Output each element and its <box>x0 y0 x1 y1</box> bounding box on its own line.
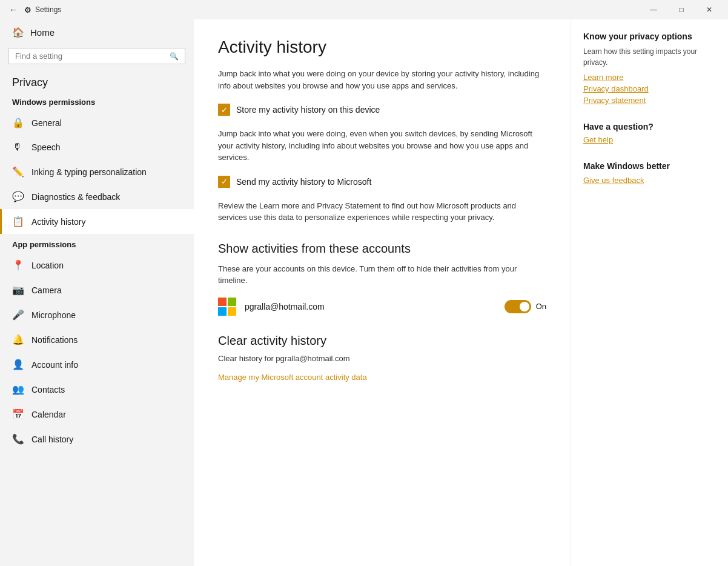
ms-green <box>228 298 236 306</box>
sidebar-item-microphone[interactable]: 🎤 Microphone <box>0 302 194 327</box>
sidebar-item-label: Calendar <box>31 410 66 419</box>
question-section: Have a question? Get help <box>583 122 716 144</box>
general-icon: 🔒 <box>12 117 23 128</box>
sidebar-item-location[interactable]: 📍 Location <box>0 253 194 278</box>
sidebar-item-label: Call history <box>31 434 73 444</box>
sidebar-item-speech[interactable]: 🎙 Speech <box>0 135 194 159</box>
sidebar: 🏠 Home 🔍 Privacy Windows permissions 🔒 G… <box>0 19 194 566</box>
sidebar-item-label: Notifications <box>31 335 78 345</box>
sidebar-item-label: Activity history <box>31 217 85 227</box>
sidebar-item-contacts[interactable]: 👥 Contacts <box>0 377 194 402</box>
sidebar-item-label: Camera <box>31 285 62 295</box>
minimize-button[interactable]: — <box>640 0 667 19</box>
account-email: pgralla@hotmail.com <box>245 302 496 311</box>
sidebar-item-activity[interactable]: 📋 Activity history <box>0 209 194 234</box>
sidebar-item-general[interactable]: 🔒 General <box>0 110 194 135</box>
manage-link[interactable]: Manage my Microsoft account activity dat… <box>218 373 367 382</box>
location-icon: 📍 <box>12 259 23 271</box>
titlebar: ← ⚙ Settings — □ ✕ <box>0 0 728 19</box>
sidebar-item-label: Contacts <box>31 385 65 395</box>
settings-icon: ⚙ <box>24 5 31 15</box>
app-body: 🏠 Home 🔍 Privacy Windows permissions 🔒 G… <box>0 19 728 566</box>
sidebar-item-call-history[interactable]: 📞 Call history <box>0 427 194 451</box>
give-feedback-link[interactable]: Give us feedback <box>583 176 716 185</box>
diagnostics-icon: 💬 <box>12 191 23 202</box>
know-privacy-title: Know your privacy options <box>583 32 716 41</box>
sidebar-item-inking[interactable]: ✏️ Inking & typing personalization <box>0 159 194 184</box>
camera-icon: 📷 <box>12 284 23 296</box>
privacy-statement-link[interactable]: Privacy statement <box>583 96 716 105</box>
windows-permissions-section: Windows permissions <box>0 92 194 110</box>
sidebar-item-label: Diagnostics & feedback <box>31 192 120 202</box>
sidebar-home[interactable]: 🏠 Home <box>0 19 194 45</box>
desc1: Jump back into what you were doing on yo… <box>218 68 546 92</box>
sidebar-item-label: Speech <box>31 142 60 152</box>
toggle-label: On <box>536 302 546 311</box>
checkbox1-label: Store my activity history on this device <box>236 105 380 115</box>
ms-blue <box>218 307 227 316</box>
clear-title: Clear activity history <box>218 334 546 348</box>
sidebar-item-label: Microphone <box>31 310 76 320</box>
home-label: Home <box>30 27 55 38</box>
ms-red <box>218 298 227 306</box>
desc2: Jump back into what you were doing, even… <box>218 128 546 164</box>
main-content: Activity history Jump back into what you… <box>194 19 571 566</box>
privacy-label: Privacy <box>0 72 194 92</box>
know-privacy-section: Know your privacy options Learn how this… <box>583 32 716 105</box>
notifications-icon: 🔔 <box>12 334 23 345</box>
clear-desc: Clear history for pgralla@hotmail.com <box>218 354 546 363</box>
toggle-knob <box>520 302 529 311</box>
know-privacy-desc: Learn how this setting impacts your priv… <box>583 46 716 68</box>
make-better-title: Make Windows better <box>583 161 716 171</box>
show-accounts-desc: These are your accounts on this device. … <box>218 263 546 287</box>
window-controls: — □ ✕ <box>640 0 723 19</box>
sidebar-item-diagnostics[interactable]: 💬 Diagnostics & feedback <box>0 184 194 209</box>
app-permissions-section: App permissions <box>0 234 194 253</box>
search-box[interactable]: 🔍 <box>8 48 185 64</box>
contacts-icon: 👥 <box>12 384 23 395</box>
checkbox1-row: ✓ Store my activity history on this devi… <box>218 104 546 116</box>
sidebar-item-notifications[interactable]: 🔔 Notifications <box>0 327 194 352</box>
call-history-icon: 📞 <box>12 433 23 445</box>
inking-icon: ✏️ <box>12 166 23 178</box>
make-better-section: Make Windows better Give us feedback <box>583 161 716 185</box>
account-row: pgralla@hotmail.com On <box>218 298 546 316</box>
account-toggle[interactable] <box>505 300 531 313</box>
sidebar-item-label: Inking & typing personalization <box>31 167 147 177</box>
home-icon: 🏠 <box>12 27 23 38</box>
sidebar-item-label: Location <box>31 261 64 270</box>
page-title: Activity history <box>218 38 546 57</box>
back-button[interactable]: ← <box>5 1 22 18</box>
ms-yellow <box>228 307 236 316</box>
account-icon: 👤 <box>12 359 23 370</box>
maximize-button[interactable]: □ <box>667 0 695 19</box>
show-accounts-title: Show activities from these accounts <box>218 242 546 256</box>
checkbox2-label: Send my activity history to Microsoft <box>236 177 371 187</box>
learn-more-link[interactable]: Learn more <box>583 73 716 82</box>
sidebar-item-label: General <box>31 118 62 128</box>
microsoft-logo <box>218 298 236 316</box>
toggle-container: On <box>505 300 546 313</box>
search-input[interactable] <box>15 52 170 61</box>
close-button[interactable]: ✕ <box>695 0 723 19</box>
speech-icon: 🎙 <box>12 142 23 153</box>
sidebar-item-account[interactable]: 👤 Account info <box>0 352 194 377</box>
get-help-link[interactable]: Get help <box>583 135 716 144</box>
checkmark1: ✓ <box>221 105 228 115</box>
checkmark2: ✓ <box>221 177 228 186</box>
checkbox2-row: ✓ Send my activity history to Microsoft <box>218 176 546 188</box>
checkbox2[interactable]: ✓ <box>218 176 230 188</box>
search-icon: 🔍 <box>170 52 179 61</box>
sidebar-item-calendar[interactable]: 📅 Calendar <box>0 402 194 427</box>
titlebar-title: Settings <box>35 5 61 14</box>
sidebar-item-camera[interactable]: 📷 Camera <box>0 278 194 302</box>
sidebar-item-label: Account info <box>31 360 78 370</box>
calendar-icon: 📅 <box>12 408 23 420</box>
privacy-dashboard-link[interactable]: Privacy dashboard <box>583 84 716 93</box>
microphone-icon: 🎤 <box>12 309 23 321</box>
desc3: Review the Learn more and Privacy Statem… <box>218 200 546 224</box>
activity-icon: 📋 <box>12 216 23 227</box>
question-title: Have a question? <box>583 122 716 132</box>
checkbox1[interactable]: ✓ <box>218 104 230 116</box>
right-panel: Know your privacy options Learn how this… <box>571 19 728 566</box>
